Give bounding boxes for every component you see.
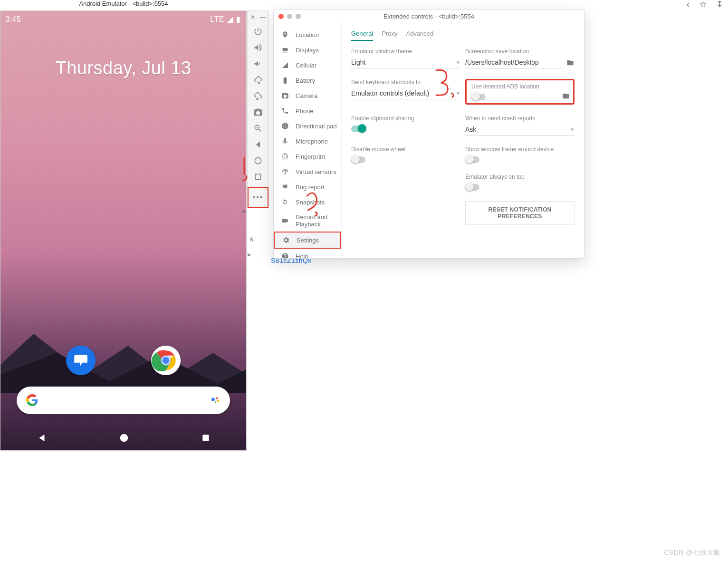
crash-value: Ask [465,126,476,133]
close-icon[interactable]: ✕ [250,14,255,20]
screenshot-path-input[interactable]: /Users/localhost/Desktop [465,57,562,68]
mouse-label: Disable mouse wheel [351,146,460,153]
reset-notifications-button[interactable]: RESET NOTIFICATION PREFERENCES [465,201,575,225]
shortcuts-dropdown[interactable]: Emulator controls (default)▼ [351,87,460,99]
tab-general[interactable]: General [351,30,373,41]
settings-pane: General Proxy Advanced Emulator window t… [342,23,584,258]
adb-label: Use detected ADB location [471,83,570,90]
pin-icon [281,31,289,39]
signal-icon [281,61,289,69]
volume-up-icon[interactable] [250,39,266,56]
laptop-icon [281,46,289,54]
svg-rect-10 [255,174,261,180]
home-nav-icon[interactable] [250,153,266,169]
csdn-watermark: CSDN @七维大脑 [664,549,720,557]
video-icon [281,217,289,224]
field-ontop: Emulator always on top [465,174,575,191]
download-icon: ↧ [716,0,723,10]
field-mouse: Disable mouse wheel [351,146,460,163]
rotate-right-icon[interactable] [250,88,266,104]
power-icon[interactable] [250,23,266,39]
theme-value: Light [351,58,365,66]
google-logo-icon [26,394,38,407]
zoom-window-icon[interactable] [296,14,301,19]
nav-label: Fingerprint [296,153,325,160]
nav-label: Camera [296,92,317,99]
back-nav-icon[interactable] [250,136,266,153]
nav-item-help[interactable]: Help [274,249,341,258]
ontop-toggle[interactable] [465,184,479,191]
folder-icon[interactable] [566,59,575,67]
close-window-icon[interactable] [278,14,284,19]
extended-controls-window: Extended controls - <build>:5554 Locatio… [273,10,584,259]
nav-label: Directional pad [296,123,337,130]
zoom-in-icon[interactable] [250,120,266,136]
ext-nav-sidebar: LocationDisplaysCellularBatteryCameraPho… [274,23,342,258]
svg-point-5 [217,400,220,402]
nav-item-displays[interactable]: Displays [274,42,341,58]
frame-toggle[interactable] [465,156,479,163]
shortcuts-value: Emulator controls (default) [351,89,429,97]
browser-window-icons: ‹ ☆ ↧ [687,0,723,10]
window-titlebar[interactable]: Extended controls - <build>:5554 [274,10,584,23]
nav-back-icon[interactable] [37,433,47,443]
tab-proxy[interactable]: Proxy [382,30,397,41]
rotate-left-icon[interactable] [250,72,266,88]
nav-overview-icon[interactable] [201,433,211,443]
nav-item-directional-pad[interactable]: Directional pad [274,118,341,134]
tab-advanced[interactable]: Advanced [406,30,433,41]
home-app-row [0,346,246,375]
google-search-pill[interactable] [17,387,230,414]
messages-app-icon[interactable] [66,346,96,375]
field-shortcuts: Send keyboard shortcuts to Emulator cont… [351,79,460,105]
nav-label: Record and Playback [296,213,337,228]
nav-home-icon[interactable] [119,433,129,443]
overview-nav-icon[interactable] [250,169,266,185]
nav-label: Location [296,31,319,39]
android-device-frame: 3:45 LTE ◢ ▮ Thursday, Jul 13 [0,10,247,451]
crash-dropdown[interactable]: Ask▼ [465,124,575,136]
volume-down-icon[interactable] [250,56,266,72]
nav-item-snapshots[interactable]: Snapshots [274,194,341,210]
chevron-down-icon: ▼ [456,60,460,65]
nav-item-settings[interactable]: Settings [274,232,341,249]
finger-icon [281,153,289,160]
nav-label: Phone [296,107,314,115]
minimize-window-icon[interactable] [287,14,292,19]
ontop-label: Emulator always on top [465,174,575,180]
camera-icon[interactable] [250,104,266,120]
chevron-left-icon: ‹ [687,0,690,10]
svg-rect-8 [202,435,209,441]
nav-item-battery[interactable]: Battery [274,73,341,88]
mouse-toggle[interactable] [351,156,365,163]
folder-icon[interactable] [562,92,570,100]
nav-item-microphone[interactable]: Microphone [274,134,341,149]
sensors-icon [281,168,289,175]
theme-dropdown[interactable]: Light▼ [351,57,460,68]
nav-item-cellular[interactable]: Cellular [274,58,341,73]
nav-item-location[interactable]: Location [274,27,341,42]
more-controls-button[interactable]: ••• [248,187,268,208]
nav-item-camera[interactable]: Camera [274,88,341,103]
nav-label: Battery [296,77,315,84]
settings-tabs: General Proxy Advanced [351,30,575,41]
adb-toggle[interactable] [471,94,486,100]
status-time: 3:45 [5,15,21,24]
nav-item-fingerprint[interactable]: Fingerprint [274,149,341,164]
nav-item-record-and-playback[interactable]: Record and Playback [274,210,341,232]
chrome-app-icon[interactable] [151,346,181,375]
lockscreen-date: Thursday, Jul 13 [0,58,246,78]
nav-label: Help [296,253,308,259]
traffic-lights[interactable] [274,14,301,19]
nav-label: Virtual sensors [296,168,336,175]
minimize-icon[interactable]: — [260,14,266,20]
nav-item-phone[interactable]: Phone [274,103,341,118]
camera-icon [281,92,289,99]
fragment-chevron: > [247,251,251,258]
nav-item-bug-report[interactable]: Bug report [274,179,341,194]
nav-item-virtual-sensors[interactable]: Virtual sensors [274,164,341,179]
assistant-icon [210,395,220,406]
frame-label: Show window frame around device [465,146,575,153]
fragment-s: s [242,207,246,214]
clipboard-toggle[interactable] [351,126,365,132]
